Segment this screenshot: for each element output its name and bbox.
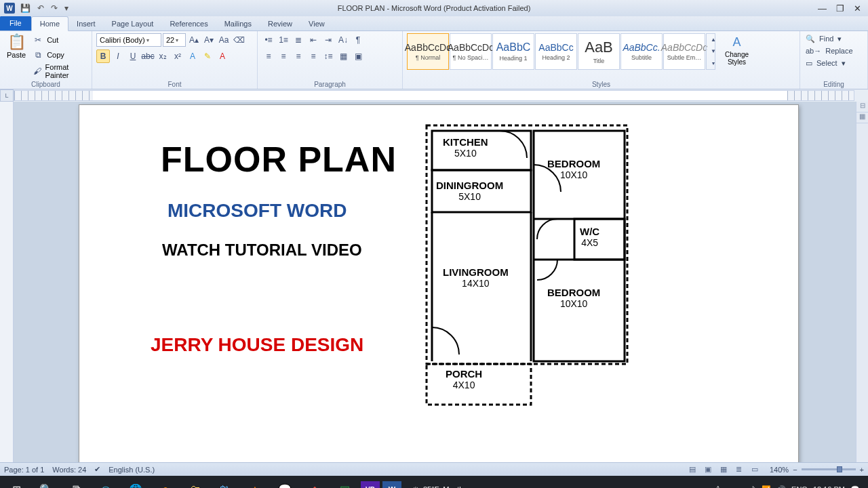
paste-button[interactable]: 📋 Paste [4,33,28,60]
bold-button[interactable]: B [96,49,110,63]
text-effects-icon[interactable]: A [186,49,199,63]
zoom-slider[interactable] [802,468,856,470]
task-view-icon[interactable]: ⧉ [62,478,90,488]
outline-icon[interactable]: ≣ [733,465,745,474]
copy-icon[interactable]: ⧉ [31,48,45,62]
proofing-icon[interactable]: ✔ [94,465,100,474]
status-language[interactable]: English (U.S.) [108,466,155,474]
word-taskbar-icon[interactable]: W [382,481,401,488]
tab-page-layout[interactable]: Page Layout [104,17,162,30]
tray-language[interactable]: ENG [791,485,808,488]
copy-label[interactable]: Copy [47,51,64,59]
style-heading2[interactable]: AaBbCcHeading 2 [535,33,577,70]
replace-button[interactable]: ab→ Replace [804,45,856,56]
tray-overflow-icon[interactable]: ˄ [716,485,720,489]
numbering-icon[interactable]: 1≡ [277,33,290,47]
status-words[interactable]: Words: 24 [52,466,86,474]
zoom-level[interactable]: 140% [770,466,789,474]
underline-button[interactable]: U [126,49,140,63]
undo-icon[interactable]: ↶ [36,3,45,13]
subscript-button[interactable]: x₂ [156,49,170,63]
messenger-icon[interactable]: 💬 [271,478,298,488]
line-spacing-icon[interactable]: ↕≡ [321,49,335,63]
ruler-toggle-icon[interactable]: ▦ [856,113,868,123]
zoom-in-icon[interactable]: + [860,466,864,474]
style-subtitle[interactable]: AaBbCc.Subtitle [620,33,663,70]
styles-gallery[interactable]: AaBbCcDc¶ Normal AaBbCcDc¶ No Spaci… AaB… [407,33,715,70]
align-right-icon[interactable]: ≡ [292,49,305,63]
grow-font-icon[interactable]: A▴ [187,33,201,47]
increase-indent-icon[interactable]: ⇥ [321,33,335,47]
minimize-button[interactable]: ― [818,3,827,14]
firefox-icon[interactable]: ● [152,478,179,488]
onedrive2-icon[interactable]: ☁ [738,485,746,489]
find-button[interactable]: 🔍 Find ▾ [804,33,843,44]
format-painter-icon[interactable]: 🖌 [31,64,43,78]
headline-text[interactable]: FLOOR PLAN [161,139,397,180]
multilevel-icon[interactable]: ≣ [292,33,305,47]
select-button[interactable]: ▭ Select ▾ [804,58,847,68]
vb-icon[interactable]: VB [361,481,380,488]
file-tab[interactable]: File [0,16,31,30]
vertical-ruler[interactable] [0,102,14,462]
chrome-icon[interactable]: 🌐 [122,478,149,488]
web-layout-icon[interactable]: ▦ [717,465,730,474]
cut-icon[interactable]: ✂ [31,33,45,47]
style-normal[interactable]: AaBbCcDc¶ Normal [407,33,449,70]
change-case-icon[interactable]: Aa [217,33,231,47]
tab-home[interactable]: Home [31,16,68,31]
app-icon-1[interactable]: ◆ [301,478,328,488]
app-icon-2[interactable]: ▣ [331,478,358,488]
gallery-up-icon[interactable]: ▲ [707,34,720,45]
show-marks-icon[interactable]: ¶ [351,33,365,47]
horizontal-ruler[interactable] [14,90,854,101]
font-size-selector[interactable]: 22▾ [163,33,186,47]
maximize-button[interactable]: ❐ [836,3,844,14]
tab-review[interactable]: Review [260,17,300,30]
align-left-icon[interactable]: ≡ [262,49,275,63]
document-page[interactable]: FLOOR PLAN MICROSOFT WORD WATCH TUTORIAL… [79,104,799,462]
save-icon[interactable]: 💾 [19,3,32,13]
superscript-button[interactable]: x² [171,49,184,63]
tray-clock[interactable]: 12:16 PM [813,485,845,488]
search-icon[interactable]: 🔍 [33,478,60,488]
volume-icon[interactable]: 🔊 [776,485,786,489]
explorer-icon[interactable]: 🗂 [182,478,209,488]
vertical-scrollbar[interactable]: ⊟ ▦ [856,102,868,462]
tab-mailings[interactable]: Mailings [216,17,260,30]
start-button[interactable]: ⊞ [3,478,30,488]
gallery-more-icon[interactable]: ▾ [707,58,720,69]
tab-insert[interactable]: Insert [68,17,104,30]
highlight-icon[interactable]: ✎ [201,49,214,63]
format-painter-label[interactable]: Format Painter [45,63,87,79]
style-title[interactable]: AaBTitle [578,33,620,70]
gallery-down-icon[interactable]: ▼ [707,45,720,57]
clear-format-icon[interactable]: ⌫ [232,33,245,47]
font-color-icon[interactable]: A [216,49,229,63]
print-layout-icon[interactable]: ▤ [686,465,698,474]
bullets-icon[interactable]: •≡ [262,33,275,47]
zoom-out-icon[interactable]: − [793,466,797,474]
ruler-corner[interactable]: L [0,89,14,102]
edge-icon[interactable]: ◉ [92,478,119,488]
sort-icon[interactable]: A↓ [336,33,350,47]
font-name-selector[interactable]: Calibri (Body)▾ [96,33,161,47]
subtitle-text-3[interactable]: JERRY HOUSE DESIGN [151,334,363,356]
notifications-icon[interactable]: 💬 [850,485,860,489]
floor-plan-drawing[interactable]: KITCHEN5X10 DININGROOM5X10 LIVINGROOM14X… [425,124,629,409]
subtitle-text-1[interactable]: MICROSOFT WORD [167,200,347,222]
style-subtle-em[interactable]: AaBbCcDcSubtle Em… [663,33,705,70]
zoom-control[interactable]: 140% − + [770,466,864,474]
align-center-icon[interactable]: ≡ [277,49,290,63]
tab-references[interactable]: References [161,17,216,30]
justify-icon[interactable]: ≡ [307,49,320,63]
tab-view[interactable]: View [300,17,333,30]
weather-widget[interactable]: ☀ 85°F Mostly su… [412,485,482,489]
style-heading1[interactable]: AaBbCHeading 1 [492,33,534,70]
qat-more-icon[interactable]: ▾ [63,3,70,13]
italic-button[interactable]: I [111,49,125,63]
borders-icon[interactable]: ▣ [351,49,365,63]
bluetooth-icon[interactable]: ᛒ [751,485,756,488]
draft-icon[interactable]: ▭ [749,465,761,474]
redo-icon[interactable]: ↷ [50,3,59,13]
